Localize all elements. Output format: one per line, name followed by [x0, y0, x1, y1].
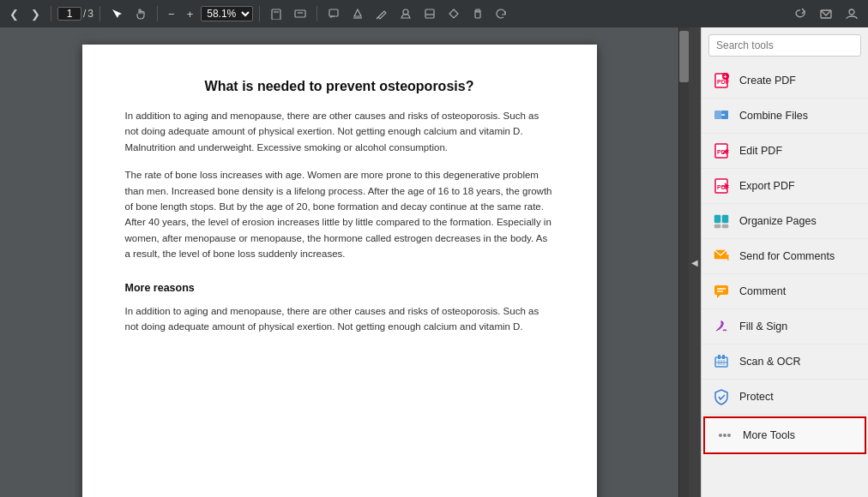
edit-pdf-label: Edit PDF: [739, 145, 782, 157]
tool-protect[interactable]: Protect: [702, 380, 868, 415]
svg-rect-39: [722, 355, 725, 359]
pdf-para3: In addition to aging and menopause, ther…: [125, 303, 554, 335]
more-tools-label: More Tools: [743, 429, 795, 441]
tool-more-tools[interactable]: More Tools: [703, 416, 866, 454]
right-tools-panel: PDF + Create PDF Combine Files: [701, 27, 868, 497]
scan-ocr-label: Scan & OCR: [739, 356, 801, 368]
toolbar-separator-2: [99, 6, 100, 21]
more-tools-icon: [715, 426, 734, 445]
create-pdf-label: Create PDF: [739, 75, 796, 87]
svg-rect-8: [425, 9, 434, 18]
comment-label: Comment: [739, 285, 786, 297]
edit-pdf-icon: PDF: [712, 141, 731, 160]
export-pdf-icon: PDF: [712, 177, 731, 195]
tool-edit-pdf[interactable]: PDF Edit PDF: [702, 134, 868, 169]
svg-text:+: +: [724, 74, 727, 80]
scan-ocr-icon: [712, 352, 731, 371]
tool-organize-pages[interactable]: Organize Pages: [702, 204, 868, 239]
protect-label: Protect: [739, 391, 774, 403]
toolbar-separator-3: [157, 6, 158, 21]
crop-tool-button[interactable]: [443, 5, 464, 22]
svg-rect-11: [475, 12, 480, 18]
organize-pages-label: Organize Pages: [739, 215, 817, 227]
tool-comment[interactable]: Comment: [702, 274, 868, 309]
email-button[interactable]: [815, 4, 837, 23]
fit-width-button[interactable]: [290, 5, 310, 22]
page-navigation: / 3: [57, 7, 93, 21]
pdf-heading: What is needed to prevent osteoporosis?: [125, 79, 554, 94]
eraser-tool-button[interactable]: [419, 5, 440, 22]
zoom-out-button[interactable]: −: [164, 5, 179, 23]
tool-export-pdf[interactable]: PDF Export PDF: [702, 169, 868, 204]
scroll-thumb[interactable]: [679, 31, 689, 82]
svg-marker-34: [717, 295, 720, 298]
send-comments-icon: [712, 247, 731, 266]
svg-rect-2: [295, 10, 305, 17]
combine-files-icon: [712, 106, 731, 125]
comment-icon: [712, 282, 731, 301]
svg-rect-0: [272, 9, 280, 20]
back-button[interactable]: ❮: [5, 5, 23, 23]
panel-collapse-button[interactable]: ◀: [689, 27, 701, 497]
zoom-in-button[interactable]: +: [183, 5, 198, 23]
main-toolbar: ❮ ❯ / 3 − + 58.1% 50% 75% 100% 125% 150%: [0, 0, 868, 27]
tool-fill-sign[interactable]: Fill & Sign: [702, 309, 868, 344]
svg-marker-10: [449, 9, 458, 18]
highlight-tool-button[interactable]: [347, 5, 368, 22]
zoom-selector[interactable]: 58.1% 50% 75% 100% 125% 150%: [201, 6, 253, 21]
tool-create-pdf[interactable]: PDF + Create PDF: [702, 63, 868, 99]
svg-rect-18: [714, 111, 721, 119]
create-pdf-icon: PDF +: [712, 71, 731, 90]
hand-tool-button[interactable]: [130, 5, 151, 22]
zoom-dropdown[interactable]: 58.1% 50% 75% 100% 125% 150%: [201, 6, 253, 21]
tool-scan-ocr[interactable]: Scan & OCR: [702, 344, 868, 380]
svg-text:PDF: PDF: [717, 79, 730, 85]
share-button[interactable]: [789, 4, 811, 23]
svg-rect-29: [714, 225, 720, 228]
svg-text:PDF: PDF: [717, 184, 730, 190]
page-number-input[interactable]: [57, 7, 81, 21]
fit-page-button[interactable]: [266, 5, 286, 22]
svg-rect-4: [329, 9, 338, 16]
search-tools-input[interactable]: [708, 34, 861, 57]
scrollbar[interactable]: [678, 27, 689, 497]
cursor-tool-button[interactable]: [106, 5, 127, 22]
tool-combine-files[interactable]: Combine Files: [702, 99, 868, 134]
svg-rect-27: [714, 215, 720, 223]
protect-icon: [712, 387, 731, 406]
svg-rect-30: [722, 225, 728, 228]
toolbar-separator-1: [51, 6, 51, 21]
send-comments-label: Send for Comments: [739, 250, 835, 262]
account-button[interactable]: [841, 4, 863, 23]
svg-point-13: [849, 9, 854, 15]
stamp-tool-button[interactable]: [395, 5, 416, 22]
pdf-para2: The rate of bone loss increases with age…: [125, 167, 554, 261]
svg-rect-33: [714, 285, 728, 295]
page-separator: /: [83, 8, 86, 20]
toolbar-separator-4: [259, 6, 260, 21]
svg-point-46: [727, 434, 731, 437]
redo-tool-button[interactable]: [491, 5, 512, 22]
export-pdf-label: Export PDF: [739, 180, 795, 192]
main-content: What is needed to prevent osteoporosis? …: [0, 27, 868, 497]
forward-button[interactable]: ❯: [27, 5, 45, 23]
delete-tool-button[interactable]: [467, 5, 488, 22]
toolbar-separator-5: [316, 6, 317, 21]
pdf-viewer[interactable]: What is needed to prevent osteoporosis? …: [0, 27, 678, 497]
fill-sign-label: Fill & Sign: [739, 320, 787, 332]
comment-tool-button[interactable]: [323, 5, 344, 22]
svg-point-44: [719, 434, 722, 437]
svg-point-45: [723, 434, 726, 437]
pdf-page: What is needed to prevent osteoporosis? …: [82, 45, 597, 497]
tool-send-for-comments[interactable]: Send for Comments: [702, 239, 868, 274]
page-total: 3: [87, 8, 93, 20]
svg-line-6: [377, 17, 378, 19]
svg-rect-28: [722, 215, 728, 223]
svg-point-7: [403, 9, 408, 15]
fill-sign-icon: [712, 317, 731, 336]
organize-pages-icon: [712, 212, 731, 231]
svg-rect-38: [718, 355, 720, 359]
pdf-para1: In addition to aging and menopause, ther…: [125, 108, 554, 155]
draw-tool-button[interactable]: [371, 5, 392, 22]
pdf-sub-heading: More reasons: [125, 279, 554, 296]
